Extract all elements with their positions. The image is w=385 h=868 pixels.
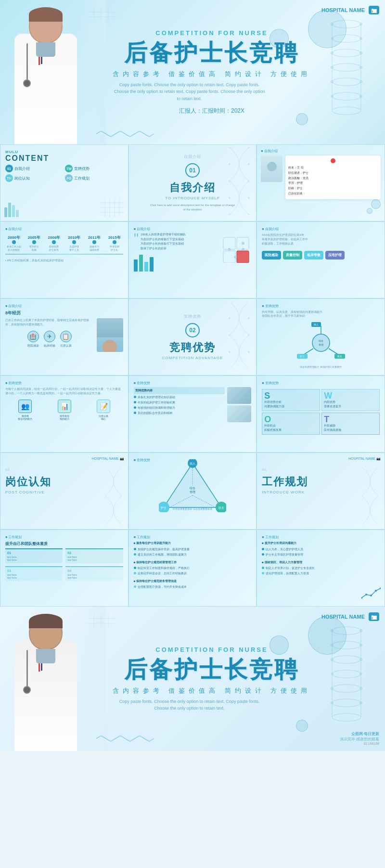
- profile-fields: 姓名：王 珏 职位描述：护士 政治面貌：党员 学历：护理 职称：护士 已担任职务…: [288, 165, 378, 196]
- wp2-item-1: 加强护士的规范操作培训，提高护理质量: [134, 547, 252, 552]
- profile-bubble-1: [371, 199, 381, 209]
- exp-header: ■ 自我介绍: [5, 304, 123, 309]
- exp-photo: [97, 318, 123, 352]
- post-title-slide: HOSPITAL NAME 📷 03 岗位认知 POST COGNITIVE: [0, 453, 128, 530]
- svg-rect-45: [223, 251, 235, 263]
- timeline-extra: • 8年工作经验积累，具备扎实的临床护理基础: [5, 259, 123, 263]
- svg-point-36: [248, 163, 250, 165]
- svg-point-16: [359, 66, 362, 69]
- svg-point-50: [242, 242, 244, 245]
- cover-slide: HOSPITAL NAME: [0, 0, 385, 144]
- wp3-item-1: 以人为本，关心爱护护理人员: [262, 547, 380, 552]
- svg-point-91: [332, 699, 361, 707]
- wp2-item-4: 定期召开科室会议，总结工作经验教训: [134, 571, 252, 576]
- bot-hospital-name-badge: HOSPITAL NAME: [321, 612, 379, 621]
- categories-slide: ■ 自我介绍 XXX在医院担任护理员职位第X年 有着丰富的护理经验，在临床工作中…: [257, 221, 385, 298]
- swot-o: O 外部机会积极把握发展: [262, 413, 320, 435]
- wp1-box-4: 04 text heretext here: [65, 566, 123, 581]
- swot-t: T 外部威胁应对挑战措施: [321, 413, 380, 435]
- svg-point-39: [229, 197, 231, 199]
- section-02-badge: 02: [185, 323, 200, 337]
- svg-rect-43: [223, 237, 235, 249]
- circular-diagram: 综合 管理 病人 医生 护士: [262, 321, 380, 364]
- svg-point-37: [229, 180, 231, 182]
- adv-highlight-title: 竞聘优势内容: [135, 389, 224, 393]
- bot-doctor-figure: [10, 611, 82, 751]
- wp2-item-2: 建立良好的工作氛围，增强团队凝聚力: [134, 553, 252, 557]
- workplan-title-slide: HOSPITAL NAME 📷 04 工作规划 INTRODUCE WORK: [257, 453, 385, 530]
- svg-point-55: [229, 351, 231, 353]
- profile-role: 职位描述：护士: [288, 170, 378, 176]
- wp-3-slide: ■ 工作规划 ■ 提升护士长培训沟通能力 以人为本，关心爱护护理人员 护士长主导…: [257, 530, 385, 607]
- stethoscope-tube: [26, 43, 28, 82]
- profile-pin: [331, 158, 335, 163]
- bot-cover-content: COMPETITION FOR NURSE 后备护士长竞聘 含内容参考 借鉴价值…: [113, 646, 311, 712]
- advantage-title: 竞聘优势: [169, 340, 216, 355]
- svg-point-14: [359, 52, 362, 54]
- svg-point-5: [332, 92, 361, 100]
- hospital-label: HOSPITAL NAME: [321, 7, 365, 13]
- svg-point-17: [331, 80, 334, 83]
- exp-text-area: 已在工作岗位上积累了丰富的护理经验，能够独立完成各项护理操作，具有较强的沟通协调…: [5, 318, 94, 352]
- bot-bubble-3: [296, 720, 308, 732]
- exp-content: 已在工作岗位上积累了丰富的护理经验，能够独立完成各项护理操作，具有较强的沟通协调…: [5, 318, 123, 352]
- svg-text:病人: 病人: [190, 462, 195, 465]
- menu-dot-4: FO: [65, 174, 73, 182]
- bot-wave-deco: [96, 735, 154, 744]
- dna-decoration: [318, 10, 375, 135]
- cover-main-content: COMPETITION FOR NURSE 后备护士长竞聘 含内容参考 借鉴价值…: [113, 29, 311, 115]
- icon-team: 👥: [18, 400, 32, 413]
- puzzle-deco: [222, 236, 251, 265]
- bot-cover-tags: 含内容参考 借鉴价值高 简约设计 方便使用: [113, 687, 311, 695]
- svg-point-3: [332, 64, 361, 71]
- quote-slide: ■ 自我介绍 " 200名人的培养是护理骨干组织梯队 为良好护士长的候备打下坚实…: [128, 221, 257, 298]
- svg-point-10: [359, 23, 362, 26]
- wp1-title: 提升自己和团队整体素质: [5, 541, 123, 546]
- quote-header: ■ 自我介绍: [134, 227, 252, 232]
- profile-title: 职称：护士: [288, 186, 378, 191]
- menu-dot-3: TH: [5, 174, 13, 182]
- plane-icon: ✈: [44, 331, 55, 342]
- adv-list-text: 竞聘优势内容 具备扎实的护理理论知识基础 丰富的临床护理工作经验积累 有较强的组…: [134, 387, 225, 422]
- svg-text:护士: 护士: [299, 355, 305, 358]
- bottom-cover-slide: HOSPITAL NAME COMPETITION FOR NURS: [0, 607, 385, 751]
- adv-list-slide: ■ 竞聘优势 竞聘优势内容 具备扎实的护理理论知识基础 丰富的临床护理工作经验积…: [128, 376, 257, 453]
- exp-title: 8年经历: [5, 310, 123, 316]
- grid-deco-menu: [100, 198, 124, 217]
- cat-hospital-infection: 医院感染: [262, 251, 281, 259]
- wp3-item-3: 制定人才培养计划，促进护士专业成长: [262, 566, 380, 570]
- self-intro-desc: Click here to add some description text …: [149, 203, 236, 212]
- svg-text:管理: 管理: [190, 491, 195, 493]
- profile-bubble-2: [367, 208, 372, 214]
- svg-point-57: [312, 334, 330, 351]
- profile-content-area: 姓名：王 珏 职位描述：护士 政治面貌：党员 学历：护理 职称：护士 已担任职务…: [261, 155, 381, 199]
- svg-point-20: [359, 95, 362, 98]
- adv-list-content: 竞聘优势内容 具备扎实的护理理论知识基础 丰富的临床护理工作经验积累 有较强的组…: [134, 387, 252, 422]
- categories-header: ■ 自我介绍: [262, 227, 380, 232]
- svg-point-87: [332, 641, 361, 649]
- svg-text:综合: 综合: [190, 486, 195, 490]
- dna-deco-3: [102, 467, 126, 527]
- svg-rect-46: [237, 251, 249, 263]
- id-text: ID:168168: [340, 742, 379, 745]
- self-intro-title: 自我介绍: [169, 181, 216, 195]
- svg-point-6: [332, 107, 361, 115]
- wave-deco: [96, 130, 154, 137]
- advantage-title-slide: 竞聘优势 02 竞聘优势 COMPETITION ADVANTAGE: [128, 298, 257, 376]
- menu-label-2: 竞聘优势: [74, 166, 90, 171]
- svg-point-15: [331, 66, 334, 69]
- svg-point-19: [331, 95, 334, 98]
- menu-item-1: 01 自我介绍: [5, 165, 63, 172]
- wp2-item-3: 制定科室工作制度和操作规程，严格执行: [134, 566, 252, 570]
- svg-text:医生: 医生: [218, 506, 224, 509]
- adv-icon-2: 📊 领导相信我的能力: [58, 400, 71, 420]
- svg-point-35: [229, 163, 231, 165]
- exp-icons: 🏥 医院感染 ✈ 临床经验 📋 注意认真: [5, 331, 94, 348]
- profile-photo-head: [267, 162, 277, 171]
- wp1-box-3: 03 text heretext here: [5, 566, 63, 581]
- cover-tags: 含内容参考 借鉴价值高 简约设计 方便使用: [113, 70, 311, 78]
- bot-cover-subtitle: COMPETITION FOR NURSE: [113, 646, 311, 653]
- watermark-area: 众图网·每日更新 演示完毕·感谢您的观看 ID:168168: [340, 731, 379, 745]
- adv-list-item-4: 良好的团队合作意识和精神: [134, 411, 225, 415]
- profile-party: 政治面貌：党员: [288, 176, 378, 181]
